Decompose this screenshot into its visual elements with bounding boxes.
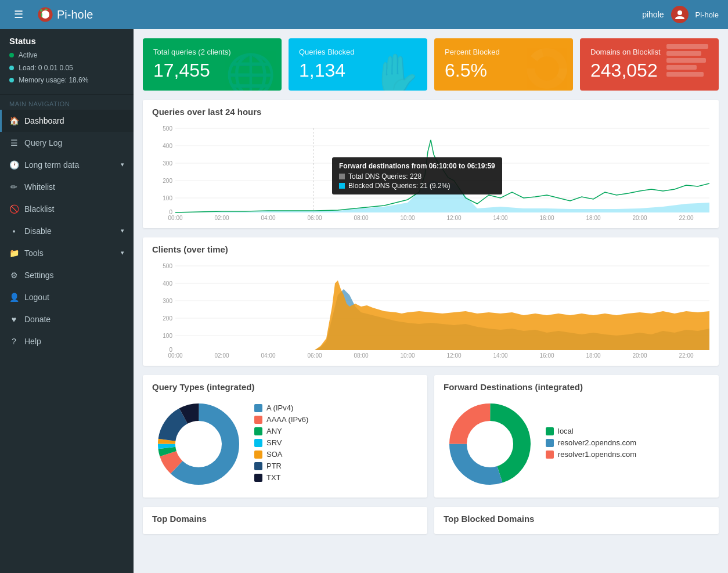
pie-chart-icon [527, 48, 567, 91]
sidebar-item-donate[interactable]: ♥ Donate [0, 308, 134, 330]
legend-item-ptr: PTR [254, 462, 308, 470]
query-types-content: A (IPv4) AAAA (IPv6) ANY SRV [152, 398, 418, 491]
top-domains-card: Top Domains [143, 507, 427, 534]
svg-text:300: 300 [163, 160, 172, 167]
query-types-title: Query Types (integrated) [152, 382, 418, 392]
chevron-down-icon-3: ▾ [121, 249, 124, 257]
sidebar-item-settings[interactable]: ⚙ Settings [0, 264, 134, 286]
legend-color-any [254, 427, 262, 435]
globe-icon: 🌐 [225, 55, 276, 91]
svg-text:04:00: 04:00 [261, 215, 275, 221]
legend-item-soa: SOA [254, 450, 308, 459]
chart-clients: Clients (over time) 500 400 300 200 100 … [143, 237, 719, 366]
sidebar-item-query-log[interactable]: ☰ Query Log [0, 132, 134, 154]
home-icon: 🏠 [9, 116, 19, 125]
navbar-username: pihole [642, 10, 664, 19]
svg-text:16:00: 16:00 [539, 215, 554, 221]
svg-text:16:00: 16:00 [539, 352, 554, 359]
sidebar-status: Status Active Load: 0 0.01 0.05 Memory u… [0, 29, 134, 95]
svg-text:10:00: 10:00 [400, 352, 415, 359]
status-dot-load [9, 66, 14, 70]
sidebar-item-help[interactable]: ? Help [0, 330, 134, 352]
sidebar-item-tools[interactable]: 📁 Tools ▾ [0, 242, 134, 264]
legend-item-ipv6: AAAA (IPv6) [254, 415, 308, 424]
query-types-legend: A (IPv4) AAAA (IPv6) ANY SRV [254, 403, 308, 485]
svg-text:18:00: 18:00 [586, 352, 600, 359]
stat-domains-blocklist: Domains on Blocklist 243,052 [580, 38, 719, 91]
status-dot-active [9, 53, 14, 57]
sidebar-item-whitelist[interactable]: ✏ Whitelist [0, 176, 134, 198]
svg-point-1 [41, 10, 49, 19]
stat-row: Total queries (2 clients) 17,455 🌐 Queri… [143, 38, 719, 91]
legend-color-local [546, 427, 554, 435]
list-icon-bg [666, 44, 713, 77]
svg-text:06:00: 06:00 [307, 215, 322, 221]
svg-text:500: 500 [163, 125, 172, 132]
top-domains-title: Top Domains [152, 514, 418, 524]
legend-item-resolver2: resolver2.opendns.com [546, 438, 636, 447]
folder-icon: 📁 [9, 248, 19, 258]
gear-icon: ⚙ [9, 271, 19, 280]
chart-queries-container: 500 400 300 200 100 0 00:00 02:00 04:00 [152, 122, 709, 221]
user-icon: 👤 [9, 293, 19, 302]
avatar [671, 6, 689, 23]
top-domains-row: Top Domains Top Blocked Domains [143, 507, 719, 534]
sidebar-item-dashboard[interactable]: 🏠 Dashboard [0, 110, 134, 132]
brand-link[interactable]: Pi-hole [37, 6, 93, 23]
legend-item-srv: SRV [254, 438, 308, 447]
legend-item-any: ANY [254, 427, 308, 435]
legend-color-srv [254, 439, 262, 447]
status-memory: Memory usage: 18.6% [9, 74, 124, 87]
sidebar-toggle[interactable]: ☰ [9, 6, 28, 23]
chart-clients-svg: 500 400 300 200 100 0 00:00 02:00 04:00 … [152, 260, 709, 359]
top-blocked-title: Top Blocked Domains [444, 514, 709, 524]
sidebar-item-logout[interactable]: 👤 Logout [0, 286, 134, 308]
stat-queries-blocked: Queries Blocked 1,134 ✋ [289, 38, 427, 91]
status-title: Status [9, 36, 124, 46]
edit-icon: ✏ [9, 182, 19, 192]
svg-text:00:00: 00:00 [168, 215, 182, 221]
clock-icon: 🕐 [9, 160, 19, 170]
hand-icon: ✋ [371, 55, 421, 91]
svg-text:20:00: 20:00 [632, 352, 647, 359]
svg-text:02:00: 02:00 [214, 352, 229, 359]
forward-destinations-content: local resolver2.opendns.com resolver1.op… [444, 398, 709, 491]
list-icon: ☰ [9, 138, 19, 147]
ban-icon: 🚫 [9, 204, 19, 214]
nav-label: MAIN NAVIGATION [0, 95, 134, 110]
svg-text:300: 300 [163, 298, 172, 304]
question-icon: ? [9, 337, 19, 346]
svg-text:100: 100 [163, 333, 172, 339]
status-dot-memory [9, 78, 14, 82]
svg-text:22:00: 22:00 [679, 215, 693, 221]
svg-text:200: 200 [163, 315, 172, 322]
avatar-icon [674, 9, 686, 20]
svg-point-62 [176, 422, 221, 466]
sidebar-item-long-term-data[interactable]: 🕐 Long term data ▾ [0, 154, 134, 176]
svg-text:12:00: 12:00 [446, 352, 461, 359]
svg-text:12:00: 12:00 [446, 215, 461, 221]
stat-percent-blocked: Percent Blocked 6.5% [434, 38, 573, 91]
chart-clients-title: Clients (over time) [152, 244, 709, 254]
svg-text:500: 500 [163, 263, 172, 269]
chevron-down-icon-2: ▾ [121, 227, 124, 235]
navbar: ☰ Pi-hole pihole Pi-hole [0, 0, 728, 29]
legend-item-resolver1: resolver1.opendns.com [546, 450, 636, 459]
svg-text:20:00: 20:00 [632, 215, 647, 221]
legend-color-soa [254, 451, 262, 459]
top-blocked-card: Top Blocked Domains [434, 507, 719, 534]
sidebar-item-disable[interactable]: ▪ Disable ▾ [0, 220, 134, 242]
chart-queries: Queries over last 24 hours 500 400 300 2… [143, 100, 719, 228]
forward-destinations-donut [444, 398, 536, 491]
sidebar-item-blacklist[interactable]: 🚫 Blacklist [0, 198, 134, 220]
sidebar: Status Active Load: 0 0.01 0.05 Memory u… [0, 29, 134, 573]
legend-color-resolver2 [546, 439, 554, 447]
svg-text:18:00: 18:00 [586, 215, 600, 221]
heart-icon: ♥ [9, 315, 19, 324]
legend-item-local: local [546, 427, 636, 435]
chevron-down-icon: ▾ [121, 161, 124, 168]
svg-text:02:00: 02:00 [214, 215, 229, 221]
chart-queries-svg: 500 400 300 200 100 0 00:00 02:00 04:00 [152, 122, 709, 221]
svg-point-2 [677, 10, 682, 15]
svg-text:14:00: 14:00 [493, 215, 507, 221]
